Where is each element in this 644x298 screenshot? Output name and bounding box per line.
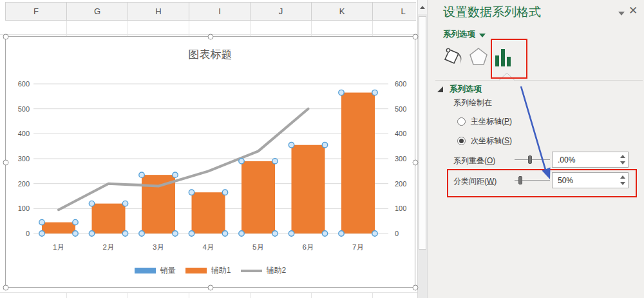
y-axis-right-label: 100 bbox=[395, 204, 406, 212]
x-axis-label[interactable]: 6月 bbox=[303, 243, 314, 251]
bar-selection-handle[interactable] bbox=[222, 190, 227, 195]
column-header-K[interactable]: K bbox=[312, 3, 373, 20]
annotation-arrow bbox=[511, 81, 563, 184]
series-options-dropdown-label: 系列选项 bbox=[443, 29, 475, 40]
bar-selection-handle[interactable] bbox=[39, 231, 44, 236]
x-axis-label[interactable]: 3月 bbox=[153, 243, 164, 251]
chart-selection-handle[interactable] bbox=[3, 160, 9, 166]
section-series-options[interactable]: 系列选项 bbox=[437, 84, 482, 95]
column-header-G[interactable]: G bbox=[67, 3, 128, 20]
close-icon[interactable]: ✕ bbox=[629, 5, 638, 17]
bar-selection-handle[interactable] bbox=[39, 219, 44, 224]
bar-selection-handle[interactable] bbox=[73, 231, 78, 236]
x-axis-label[interactable]: 1月 bbox=[53, 243, 64, 251]
grid-column-line bbox=[128, 21, 128, 36]
y-axis-left-label: 400 bbox=[18, 130, 30, 137]
chart-selection-handle[interactable] bbox=[413, 285, 419, 291]
bar-selection-handle[interactable] bbox=[89, 231, 94, 236]
spinner-down-icon[interactable] bbox=[620, 161, 625, 164]
radio-row-secondary-axis[interactable]: 次坐标轴(S) bbox=[457, 134, 512, 148]
spinner-up-icon[interactable] bbox=[620, 155, 625, 158]
chart-selection-handle[interactable] bbox=[3, 285, 9, 291]
bar-selection-handle[interactable] bbox=[173, 231, 178, 236]
bar-2月[interactable] bbox=[92, 204, 126, 233]
bar-selection-handle[interactable] bbox=[139, 172, 144, 177]
bar-selection-handle[interactable] bbox=[239, 231, 244, 236]
bar-selection-handle[interactable] bbox=[73, 219, 78, 224]
chart-legend[interactable]: 销量辅助1辅助2 bbox=[6, 265, 415, 276]
radio-button[interactable] bbox=[457, 137, 466, 145]
column-header-H[interactable]: H bbox=[128, 3, 189, 20]
grid-column-line bbox=[372, 292, 373, 298]
bar-4月[interactable] bbox=[192, 192, 225, 233]
bar-selection-handle[interactable] bbox=[289, 143, 294, 148]
bar-selection-handle[interactable] bbox=[122, 231, 128, 236]
bar-6月[interactable] bbox=[292, 145, 325, 233]
bar-selection-handle[interactable] bbox=[189, 190, 194, 195]
grid-row-line bbox=[0, 292, 417, 293]
bar-7月[interactable] bbox=[341, 93, 375, 233]
bar-selection-handle[interactable] bbox=[239, 159, 244, 164]
x-axis-label[interactable]: 7月 bbox=[352, 243, 364, 251]
legend-item-辅助1[interactable]: 辅助1 bbox=[185, 265, 231, 276]
chart-selection-handle[interactable] bbox=[413, 160, 419, 166]
bar-1月[interactable] bbox=[42, 223, 75, 233]
legend-swatch bbox=[135, 268, 156, 273]
bar-selection-handle[interactable] bbox=[272, 231, 278, 236]
bar-selection-handle[interactable] bbox=[339, 90, 344, 95]
radio-row-primary-axis[interactable]: 主坐标轴(P) bbox=[457, 114, 512, 128]
chart-selection-handle[interactable] bbox=[208, 285, 214, 291]
chart-selection-handle[interactable] bbox=[3, 34, 9, 40]
series-overlap-input[interactable] bbox=[552, 152, 629, 168]
bar-selection-handle[interactable] bbox=[339, 231, 344, 236]
bar-selection-handle[interactable] bbox=[173, 172, 178, 177]
column-header-L[interactable]: L bbox=[373, 3, 416, 20]
vertical-scrollbar[interactable] bbox=[417, 0, 427, 298]
bar-selection-handle[interactable] bbox=[322, 231, 327, 236]
x-axis-label[interactable]: 5月 bbox=[252, 243, 264, 251]
pane-dropdown-icon[interactable] bbox=[618, 12, 625, 15]
grid-column-line bbox=[311, 21, 312, 36]
bar-selection-handle[interactable] bbox=[139, 231, 144, 236]
bar-selection-handle[interactable] bbox=[272, 159, 278, 164]
legend-swatch bbox=[185, 268, 207, 273]
chart-selection-handle[interactable] bbox=[208, 34, 214, 40]
legend-label: 销量 bbox=[160, 265, 176, 276]
grid-column-line bbox=[66, 292, 67, 298]
y-axis-left-label: 200 bbox=[18, 180, 30, 188]
x-axis-label[interactable]: 2月 bbox=[103, 243, 115, 251]
chart-selection-handle[interactable] bbox=[413, 34, 419, 40]
axis-radio-group: 主坐标轴(P)次坐标轴(S) bbox=[457, 114, 512, 153]
bar-selection-handle[interactable] bbox=[189, 231, 194, 236]
scroll-up-button[interactable] bbox=[418, 0, 427, 14]
scrollbar-thumb[interactable] bbox=[419, 16, 426, 250]
bar-selection-handle[interactable] bbox=[289, 231, 294, 236]
column-header-F[interactable]: F bbox=[6, 3, 67, 20]
series-overlap-spinner[interactable] bbox=[618, 155, 627, 164]
bar-selection-handle[interactable] bbox=[89, 201, 94, 206]
plot-series-on-label: 系列绘制在 bbox=[453, 97, 492, 108]
y-axis-right-label: 0 bbox=[395, 230, 399, 237]
bar-selection-handle[interactable] bbox=[222, 231, 227, 236]
x-axis-label[interactable]: 4月 bbox=[203, 243, 214, 251]
column-header-J[interactable]: J bbox=[251, 3, 312, 20]
spreadsheet-grid: FGHIJKL 图表标题 001001002002003003004004005… bbox=[0, 0, 417, 298]
radio-label: 主坐标轴(P) bbox=[471, 116, 512, 127]
legend-label: 辅助1 bbox=[211, 265, 231, 276]
bar-5月[interactable] bbox=[242, 161, 275, 233]
pentagon-effects-icon[interactable] bbox=[468, 46, 489, 69]
pane-divider bbox=[435, 80, 643, 81]
legend-item-销量[interactable]: 销量 bbox=[135, 265, 176, 276]
chart-object[interactable]: 图表标题 00100100200200300300400400500500600… bbox=[5, 36, 415, 288]
legend-item-辅助2[interactable]: 辅助2 bbox=[241, 265, 287, 276]
bar-selection-handle[interactable] bbox=[122, 201, 128, 206]
bar-selection-handle[interactable] bbox=[372, 231, 377, 236]
bar-selection-handle[interactable] bbox=[372, 90, 377, 95]
bar-selection-handle[interactable] bbox=[322, 143, 327, 148]
paint-bucket-icon[interactable] bbox=[442, 46, 464, 70]
grid-column-line bbox=[128, 292, 128, 298]
series-options-dropdown[interactable]: 系列选项 bbox=[443, 29, 486, 40]
radio-button[interactable] bbox=[457, 117, 466, 126]
grid-column-line bbox=[250, 21, 251, 36]
column-header-I[interactable]: I bbox=[189, 3, 251, 20]
